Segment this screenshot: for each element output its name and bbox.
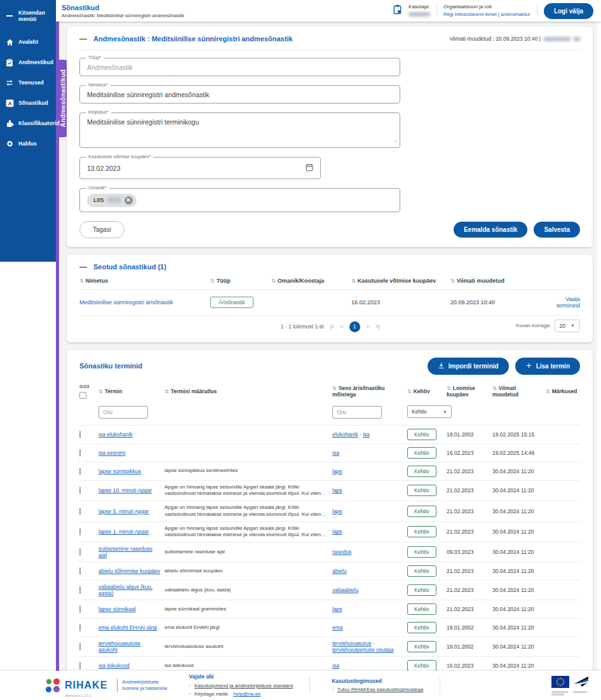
view-terms-link[interactable]: Vaata termineid [546, 296, 580, 309]
row-checkbox[interactable] [79, 528, 81, 535]
term-relation: laps [332, 487, 403, 494]
back-button[interactable]: Tagasi [79, 221, 125, 238]
relation-link[interactable]: laps [332, 528, 342, 535]
table-row: isa eesnimi isa Kehtiv 16.02.2023 19.02.… [79, 444, 580, 462]
terms-of-use-link[interactable]: Tutvu RIHAKEse kasutustingimustega [337, 685, 423, 694]
relation-link[interactable]: laps [332, 508, 342, 515]
per-page-select[interactable]: 20▼ [555, 320, 580, 332]
first-page-icon[interactable]: |< [330, 323, 334, 330]
description-field[interactable]: Kirjeldus* Meditsiinilise sünniregistri … [79, 112, 400, 148]
sidebar-collapse[interactable]: Kitsendan menüü [0, 4, 56, 28]
term-link[interactable]: lapse sünnipikkus [98, 468, 161, 475]
row-checkbox[interactable] [79, 605, 81, 613]
relation-link[interactable]: vabaabielu [332, 587, 358, 593]
sidebar-item-klassifikaatorid[interactable]: Klassifikaatorid [0, 113, 56, 133]
table-row: lapse 10. minuti Apgar Apgar on hinnang … [79, 481, 580, 502]
status-filter-select[interactable]: Kehtiv▼ [407, 405, 452, 418]
term-modified: 30.04.2024 11:20 [492, 663, 542, 669]
last-page-icon[interactable]: >| [375, 323, 379, 330]
date-field[interactable]: Kasutusele võtmise kuupäev* 13.02.2023 [79, 157, 321, 179]
term-link[interactable]: lapse 5. minuti Apgar [98, 508, 161, 515]
sidebar-item-haldus[interactable]: Haldus [0, 133, 56, 154]
relation-link[interactable]: laps [332, 487, 342, 494]
row-checkbox[interactable] [79, 468, 81, 475]
relation-link[interactable]: abielu [332, 568, 347, 574]
row-checkbox[interactable] [79, 548, 81, 556]
sidebar-item-andmestikud[interactable]: Andmestikud [0, 52, 56, 72]
relation-link[interactable]: isa [332, 663, 339, 669]
relation-link[interactable]: ema [332, 624, 343, 631]
row-checkbox[interactable] [79, 662, 81, 670]
row-checkbox[interactable] [79, 586, 81, 594]
column-header-kehtiv[interactable]: Kehtiv [407, 388, 443, 394]
relation-link[interactable]: isa [332, 450, 339, 456]
select-all-checkbox[interactable] [79, 392, 86, 399]
column-header-maaratlus[interactable]: Termini määratlus [165, 388, 328, 394]
term-link[interactable]: isa eesnimi [98, 450, 161, 456]
row-checkbox[interactable] [79, 508, 81, 515]
sidebar-item-avaleht[interactable]: Avaleht [0, 32, 56, 52]
add-term-button[interactable]: Lisa termin [515, 358, 580, 375]
relation-link[interactable]: tervishoiuasutus [332, 640, 371, 647]
calendar-icon[interactable] [306, 163, 313, 174]
logout-button[interactable]: Logi välja [544, 3, 593, 19]
divider [309, 677, 310, 694]
row-checkbox[interactable] [79, 624, 81, 631]
column-header-markused[interactable]: Märkused [546, 388, 580, 394]
relation-link[interactable]: laps [332, 468, 342, 475]
row-checkbox[interactable] [79, 643, 81, 650]
prev-page-icon[interactable]: < [340, 323, 342, 330]
term-link[interactable]: lapse 1. minuti Apgar [98, 528, 161, 535]
column-header-muudetud[interactable]: Viimati muudetud [492, 385, 542, 398]
resize-handle-icon[interactable] [393, 135, 398, 146]
term-relation: abielu [332, 568, 403, 574]
collapse-section-icon[interactable]: — [79, 34, 87, 43]
column-header-nimetus[interactable]: Nimetus [79, 278, 206, 284]
save-button[interactable]: Salvesta [534, 222, 580, 238]
row-checkbox[interactable] [79, 431, 81, 438]
term-link[interactable]: abielu sõlmimise kuupäev [98, 568, 161, 574]
sidebar-item-teenused[interactable]: Teenused [0, 72, 56, 93]
collapse-section-icon[interactable]: — [79, 262, 87, 271]
remove-owner-icon[interactable]: ✕ [125, 196, 133, 205]
org-role-link[interactable]: Riigi Infosüsteemi Amet | andmehaldur [443, 11, 530, 18]
name-field[interactable]: Nimetus* Meditsiinilise sünniregistri an… [79, 85, 400, 104]
column-header-loomise[interactable]: Loomise kuupäev [447, 385, 489, 398]
term-link[interactable]: suitsetamine raseduse ajal [98, 546, 161, 558]
email-link[interactable]: help@ria.ee [233, 690, 260, 699]
row-checkbox[interactable] [79, 449, 81, 457]
modified-cell: 20.09.2023 10:40 [450, 299, 543, 306]
remove-dictionary-button[interactable]: Eemalda sõnastik [454, 222, 527, 238]
clipboard-copy-icon[interactable] [393, 4, 402, 17]
term-link[interactable]: tervishoiuasutuse asukoht [98, 640, 161, 653]
relation-link[interactable]: rasedus [332, 549, 351, 555]
next-page-icon[interactable]: > [367, 323, 369, 330]
term-link[interactable]: lapse sünnikaal [98, 606, 161, 612]
column-header-omanik[interactable]: Omanik/Koostaja [271, 278, 348, 284]
relation-link[interactable]: laps [332, 606, 342, 612]
import-terms-button[interactable]: Impordi terminid [428, 358, 509, 375]
term-link[interactable]: lapse 10. minuti Apgar [98, 487, 161, 494]
row-checkbox[interactable] [79, 487, 81, 494]
column-header-tyyp[interactable]: Tüüp [210, 278, 267, 284]
org-block: Organisatsioon ja roll: Riigi Infosüstee… [443, 3, 530, 18]
sidebar-item-sonastikud[interactable]: A Sõnastikud [0, 93, 56, 113]
relation-link[interactable]: elukohariik [332, 431, 358, 438]
current-page[interactable]: 1 [349, 321, 360, 332]
column-header-kuupaev[interactable]: Kasutusele võtmise kuupäev [351, 278, 447, 284]
relation-link[interactable]: isa [363, 431, 370, 438]
user-guide-link[interactable]: Kasutusjuhend ja andmekirjelduse standar… [194, 682, 293, 690]
column-header-termin[interactable]: Termin [98, 388, 161, 394]
term-link[interactable]: isa elukohariik [98, 431, 161, 438]
term-link[interactable]: isa isikukood [98, 663, 161, 669]
column-header-seos[interactable]: Seos ärisõnastiku mõistega [332, 385, 403, 398]
term-link[interactable]: vabaabielu algus (kuu, aasta) [98, 584, 161, 596]
column-header-muudetud[interactable]: Viimati muudetud [450, 278, 543, 284]
row-checkbox[interactable] [79, 567, 81, 575]
term-link[interactable]: ema elukoht EHAKi järgi [98, 624, 161, 631]
related-dictionary-link[interactable]: Meditsiinilise sünniregistri ärisõnastik [79, 299, 206, 306]
term-definition: Apgar on hinnang lapse seisundile Apgari… [165, 504, 328, 518]
term-search-input[interactable] [98, 406, 148, 419]
relation-search-input[interactable] [332, 406, 382, 419]
relation-link[interactable]: tervishoiuteenuse osutaja [332, 647, 393, 653]
